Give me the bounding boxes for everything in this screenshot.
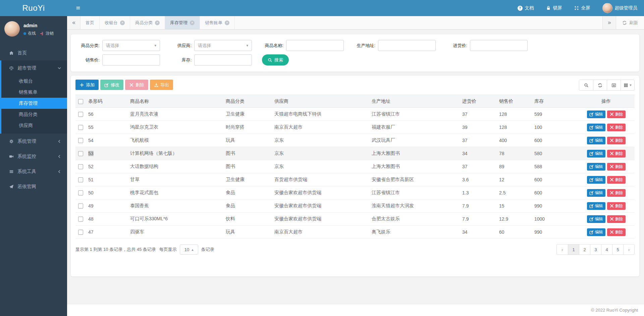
sidebar-item[interactable]: 若依官网 xyxy=(0,179,67,194)
text-input[interactable] xyxy=(194,54,252,65)
row-checkbox[interactable] xyxy=(78,217,83,222)
select-input[interactable]: 请选择 ▾ xyxy=(102,40,160,51)
delete-button[interactable]: 删除 xyxy=(607,137,626,144)
row-checkbox[interactable] xyxy=(78,230,83,235)
sidebar-item[interactable]: 系统工具 xyxy=(0,164,67,179)
doc-link[interactable]: ? 文档 xyxy=(518,5,534,11)
edit-button[interactable]: 编辑 xyxy=(587,124,605,131)
column-header[interactable]: 生产地址 xyxy=(369,95,460,108)
fullscreen-link[interactable]: 全屏 xyxy=(574,5,590,11)
delete-button[interactable]: 删除 xyxy=(607,215,626,223)
tabs-scroll-left-button[interactable] xyxy=(67,16,80,29)
cell-barcode: 54 xyxy=(86,134,127,147)
select-input[interactable]: 请选择 ▾ xyxy=(194,40,252,51)
edit-button[interactable]: 编辑 xyxy=(587,150,605,157)
cross-icon xyxy=(609,112,614,117)
cell-address: 武汉玩具厂 xyxy=(369,134,460,147)
text-input[interactable] xyxy=(102,54,160,65)
text-input[interactable] xyxy=(286,40,344,51)
tab[interactable]: 库存管理 × xyxy=(165,16,200,29)
tab[interactable]: 商品分类 × xyxy=(130,16,165,29)
next-page-button[interactable]: › xyxy=(623,244,634,255)
tab[interactable]: 首页 xyxy=(80,16,100,29)
tab-close-icon[interactable]: × xyxy=(155,20,160,25)
select-all-checkbox[interactable] xyxy=(78,99,83,104)
page-button-5[interactable]: 5 xyxy=(612,244,623,255)
sidebar-toggle-button[interactable] xyxy=(76,6,80,10)
edit-button[interactable]: 编辑 xyxy=(587,215,605,223)
tab-close-icon[interactable]: × xyxy=(190,20,195,25)
sidebar-subitem[interactable]: 供应商 xyxy=(1,120,67,131)
table-refresh-button[interactable] xyxy=(593,80,607,90)
row-checkbox[interactable] xyxy=(78,138,83,143)
delete-button[interactable]: 删除 xyxy=(607,124,626,131)
page-button-1[interactable]: 1 xyxy=(568,244,579,255)
export-button[interactable]: 导出 xyxy=(150,80,173,90)
row-checkbox[interactable] xyxy=(78,177,83,182)
edit-button[interactable]: 编辑 xyxy=(587,189,605,197)
edit-button[interactable]: 编辑 xyxy=(587,202,605,210)
row-checkbox[interactable] xyxy=(78,112,83,117)
table-columns-button[interactable]: ▾ xyxy=(621,80,634,90)
avatar[interactable] xyxy=(4,21,20,37)
column-header[interactable]: 商品名称 xyxy=(127,95,223,108)
edit-button[interactable]: 编辑 xyxy=(587,228,605,236)
column-header[interactable]: 供应商 xyxy=(272,95,369,108)
delete-button[interactable]: 删除 xyxy=(125,80,148,90)
table-detail-view-button[interactable] xyxy=(607,80,621,90)
tab-close-icon[interactable]: × xyxy=(225,20,229,25)
table-search-toggle-button[interactable] xyxy=(579,80,593,90)
sidebar-subitem[interactable]: 商品分类 xyxy=(1,109,67,120)
page-size-select[interactable]: 10 ▴ xyxy=(180,244,198,255)
column-header[interactable]: 进货价 xyxy=(460,95,496,108)
delete-button[interactable]: 删除 xyxy=(607,150,626,157)
sidebar-item[interactable]: 首页 xyxy=(0,45,67,60)
prev-page-button[interactable]: ‹ xyxy=(557,244,568,255)
page-button-4[interactable]: 4 xyxy=(601,244,612,255)
column-header[interactable]: 商品分类 xyxy=(223,95,272,108)
text-input[interactable] xyxy=(378,40,436,51)
sidebar-item[interactable]: 系统监控 xyxy=(0,149,67,164)
tab[interactable]: 销售账单 × xyxy=(200,16,235,29)
row-checkbox[interactable] xyxy=(78,164,83,169)
logout-icon xyxy=(40,31,44,36)
edit-button[interactable]: 编辑 xyxy=(587,110,605,118)
sidebar-item[interactable]: 系统管理 xyxy=(0,134,67,149)
page-button-3[interactable]: 3 xyxy=(590,244,601,255)
lock-screen-link[interactable]: 锁屏 xyxy=(546,5,562,11)
delete-button[interactable]: 删除 xyxy=(607,189,626,197)
cell-category: 图书 xyxy=(223,160,272,173)
column-header[interactable]: 操作 xyxy=(578,95,635,108)
delete-button[interactable]: 删除 xyxy=(607,228,626,236)
user-menu[interactable]: 超级管理员 xyxy=(602,3,638,13)
delete-button[interactable]: 删除 xyxy=(607,202,626,210)
column-header[interactable]: 库存 xyxy=(532,95,578,108)
text-input[interactable] xyxy=(470,40,528,51)
sidebar-subitem[interactable]: 库存管理 xyxy=(1,98,67,109)
row-checkbox[interactable] xyxy=(78,125,83,130)
row-checkbox[interactable] xyxy=(78,190,83,195)
cross-icon xyxy=(609,230,614,234)
delete-button[interactable]: 删除 xyxy=(607,110,626,118)
add-button[interactable]: 添加 xyxy=(75,80,99,90)
edit-button[interactable]: 编辑 xyxy=(587,176,605,184)
tab-close-icon[interactable]: × xyxy=(120,20,125,25)
delete-button[interactable]: 删除 xyxy=(607,176,626,184)
edit-button[interactable]: 编辑 xyxy=(587,163,605,171)
edit-button[interactable]: 编辑 xyxy=(587,137,605,144)
row-checkbox[interactable] xyxy=(78,204,83,209)
delete-button[interactable]: 删除 xyxy=(607,163,626,171)
modify-button[interactable]: 修改 xyxy=(100,80,123,90)
sidebar-subitem[interactable]: 销售账单 xyxy=(1,87,67,98)
sidebar-group-header[interactable]: 超市管理 xyxy=(1,60,67,76)
row-checkbox[interactable] xyxy=(78,151,83,156)
column-header[interactable]: 条形码 xyxy=(86,95,127,108)
page-button-2[interactable]: 2 xyxy=(579,244,590,255)
column-header[interactable]: 销售价 xyxy=(496,95,532,108)
logout-link[interactable]: 注销 xyxy=(40,31,54,36)
tab[interactable]: 收银台 × xyxy=(100,16,130,29)
sidebar-subitem[interactable]: 收银台 xyxy=(1,76,67,87)
refresh-tab-button[interactable]: 刷新 xyxy=(616,16,644,29)
search-button[interactable]: 搜索 xyxy=(262,54,289,65)
tabs-scroll-right-button[interactable] xyxy=(602,16,616,29)
